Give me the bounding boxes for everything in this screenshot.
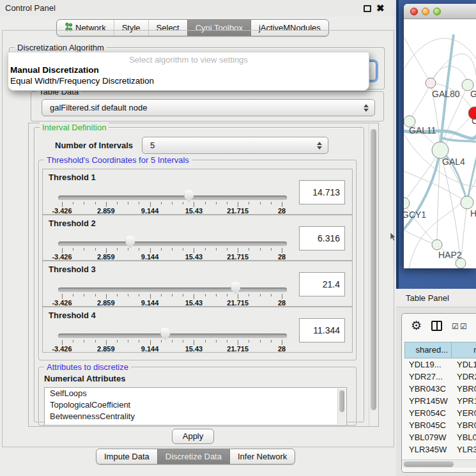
cell-shared-name[interactable]: YDR27... bbox=[404, 371, 452, 383]
slider-handle[interactable] bbox=[160, 328, 170, 341]
network-nodes[interactable] bbox=[404, 78, 476, 268]
checkbox-icon[interactable]: ☑ bbox=[452, 322, 459, 331]
horizontal-scrollbar[interactable] bbox=[402, 459, 476, 468]
slider-tick bbox=[183, 340, 183, 342]
network-node[interactable] bbox=[432, 240, 442, 250]
threshold-value-field[interactable]: 6.316 bbox=[299, 226, 345, 250]
slider-tick bbox=[106, 340, 107, 345]
table-row[interactable]: YIL052CYIL0 bbox=[404, 456, 476, 456]
slider-tick bbox=[282, 294, 282, 299]
slider-tick bbox=[249, 202, 249, 204]
zoom-traffic-light-icon[interactable] bbox=[433, 8, 441, 15]
slider-tick bbox=[282, 248, 282, 253]
slider-tick bbox=[106, 248, 107, 253]
attribute-list-item[interactable]: TopologicalCoefficient bbox=[45, 399, 346, 411]
slider-tick bbox=[95, 294, 96, 296]
network-node[interactable] bbox=[426, 78, 436, 88]
network-node[interactable] bbox=[461, 196, 473, 209]
network-canvas[interactable]: GAL80GACGAL11GAL4GCY1HHAP2 bbox=[404, 19, 476, 268]
network-window-titlebar[interactable] bbox=[404, 4, 476, 19]
close-traffic-light-icon[interactable] bbox=[410, 8, 418, 15]
close-icon[interactable]: ✖ bbox=[376, 3, 385, 14]
cell-name[interactable]: YDR2 bbox=[452, 371, 476, 383]
float-window-icon[interactable] bbox=[364, 5, 371, 12]
cell-name[interactable]: YDL1 bbox=[452, 358, 476, 371]
slider-tick-label: 2.859 bbox=[97, 345, 115, 353]
list-scrollbar-thumb[interactable] bbox=[339, 390, 344, 412]
cell-name[interactable]: YIL0 bbox=[452, 456, 474, 456]
slider-tick bbox=[249, 248, 249, 250]
slider-tick bbox=[161, 340, 162, 342]
cell-name[interactable]: YBR0 bbox=[452, 419, 476, 431]
num-intervals-select[interactable]: 5 bbox=[142, 137, 328, 154]
gear-icon[interactable]: ⚙ bbox=[411, 318, 422, 333]
dropdown-option-equal-width[interactable]: Equal Width/Frequency Discretization bbox=[8, 75, 369, 86]
slider-tick bbox=[117, 248, 118, 250]
tab-impute-data[interactable]: Impute Data bbox=[96, 449, 157, 464]
slider-tick bbox=[161, 294, 162, 296]
table-row[interactable]: YBR045CYBR0 bbox=[404, 419, 476, 431]
table-row[interactable]: YBL079WYBL0 bbox=[404, 431, 476, 443]
cell-shared-name[interactable]: YDL19... bbox=[404, 358, 452, 371]
table-row[interactable]: YDL19...YDL1 bbox=[404, 358, 476, 371]
slider-handle[interactable] bbox=[231, 282, 240, 295]
attribute-list-item[interactable]: BetweennessCentrality bbox=[45, 411, 346, 422]
table-row[interactable]: YDR27...YDR2 bbox=[404, 371, 476, 383]
mouse-cursor bbox=[390, 233, 397, 242]
minimize-traffic-light-icon[interactable] bbox=[422, 8, 429, 15]
dropdown-option-manual[interactable]: Manual Discretization bbox=[8, 65, 369, 75]
slider-tick bbox=[172, 202, 173, 204]
cell-shared-name[interactable]: YPR145W bbox=[404, 395, 452, 407]
table-row[interactable]: YER054CYER0 bbox=[404, 407, 476, 419]
network-node[interactable] bbox=[404, 197, 410, 209]
slider-tick-label: 9.144 bbox=[141, 207, 159, 215]
tab-infer-network[interactable]: Infer Network bbox=[229, 449, 295, 464]
apply-button[interactable]: Apply bbox=[172, 429, 214, 444]
panel-title: Control Panel bbox=[5, 3, 56, 13]
slider-tick-label: -3.426 bbox=[52, 299, 72, 307]
cell-name[interactable]: YER0 bbox=[452, 407, 476, 419]
numerical-attributes-list[interactable]: SelfLoopsTopologicalCoefficientBetweenne… bbox=[44, 387, 347, 426]
list-scrollbar[interactable] bbox=[337, 388, 346, 424]
cell-shared-name[interactable]: YBR045C bbox=[404, 419, 452, 431]
column-header-shared-name[interactable]: shared... bbox=[404, 342, 452, 358]
node-table-window: ⚙ ☑ ☑ shared... na YDL19...YDL1YDR27...Y… bbox=[401, 313, 476, 473]
split-columns-icon[interactable] bbox=[431, 321, 442, 331]
threshold-value-field[interactable]: 21.4 bbox=[299, 272, 345, 296]
tab-discretize-data[interactable]: Discretize Data bbox=[157, 449, 229, 464]
slider-tick bbox=[194, 340, 194, 345]
table-row[interactable]: YPR145WYPR1 bbox=[404, 395, 476, 407]
slider-handle[interactable] bbox=[125, 236, 135, 249]
cell-shared-name[interactable]: YER054C bbox=[404, 407, 452, 419]
cell-name[interactable]: YLR3 bbox=[452, 443, 476, 456]
cell-name[interactable]: YBL0 bbox=[452, 431, 476, 443]
cell-name[interactable]: YPR1 bbox=[452, 395, 476, 407]
vertical-scrollbar-thumb[interactable] bbox=[371, 129, 376, 410]
cell-shared-name[interactable]: YIL052C bbox=[404, 456, 452, 456]
slider-tick bbox=[271, 202, 272, 204]
table-data-select[interactable]: galFiltered.sif default node bbox=[42, 99, 375, 116]
attributes-group-title: Attributes to discretize bbox=[44, 362, 131, 372]
slider-handle[interactable] bbox=[184, 190, 194, 203]
table-row[interactable]: YBR043CYBR0 bbox=[404, 383, 476, 395]
checkbox-icon[interactable]: ☑ bbox=[460, 322, 467, 331]
slider-tick-label: 2.859 bbox=[97, 207, 115, 215]
cell-shared-name[interactable]: YBL079W bbox=[404, 431, 452, 443]
horizontal-scrollbar-thumb[interactable] bbox=[404, 461, 454, 467]
attribute-list-item[interactable]: SelfLoops bbox=[45, 388, 346, 399]
slider-tick-label: -3.426 bbox=[52, 253, 72, 261]
table-row[interactable]: YLR345WYLR3 bbox=[404, 443, 476, 456]
slider-tick-label: 9.144 bbox=[141, 253, 159, 261]
application-root: Control Panel ✖ Network Style Select Cyn… bbox=[0, 0, 476, 476]
num-intervals-value: 5 bbox=[150, 141, 155, 150]
threshold-value-field[interactable]: 11.344 bbox=[299, 318, 345, 342]
vertical-scrollbar[interactable] bbox=[369, 124, 378, 426]
cell-shared-name[interactable]: YBR043C bbox=[404, 383, 452, 395]
slider-tick bbox=[216, 202, 217, 204]
slider-tick bbox=[95, 202, 96, 204]
threshold-value-field[interactable]: 14.713 bbox=[299, 180, 345, 204]
column-header-name[interactable]: na bbox=[452, 342, 476, 358]
cell-shared-name[interactable]: YLR345W bbox=[404, 443, 452, 456]
slider-tick bbox=[271, 248, 272, 250]
cell-name[interactable]: YBR0 bbox=[452, 383, 476, 395]
